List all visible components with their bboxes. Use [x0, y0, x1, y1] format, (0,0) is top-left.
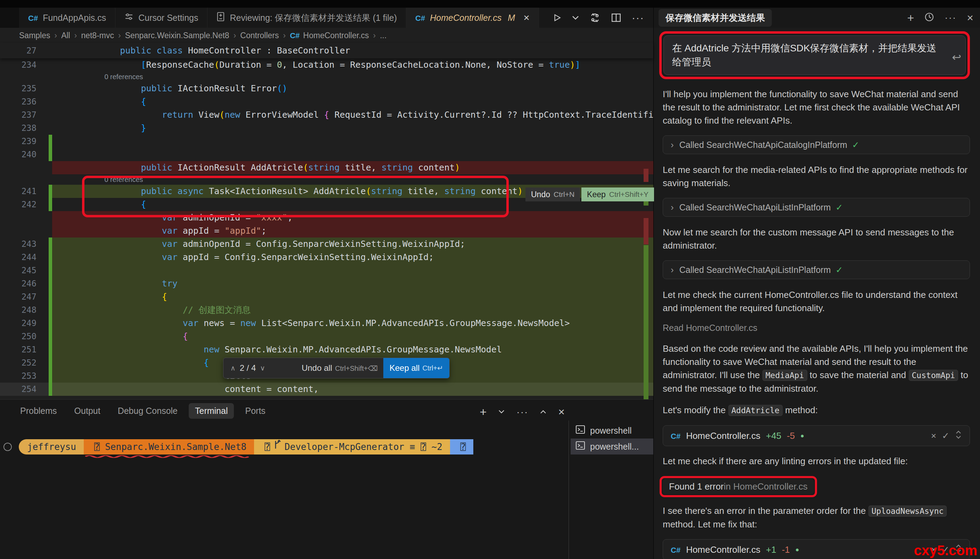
chevron-right-icon: › [671, 265, 674, 275]
panel-tab-problems[interactable]: Problems [14, 403, 63, 419]
panel-tab-output[interactable]: Output [68, 403, 107, 419]
tabbar-left-spacer [0, 8, 19, 28]
chat-title-tab[interactable]: 保存微信素材并发送结果 [658, 9, 772, 27]
line-number: 239 [0, 135, 36, 148]
keep-change-button[interactable]: Keep Ctrl+Shift+Y [581, 187, 654, 202]
terminal-list-divider[interactable] [569, 420, 569, 559]
compare-changes-icon[interactable] [589, 12, 600, 23]
next-change-button[interactable]: ∨ [260, 364, 265, 372]
lines-added: +1 [766, 544, 776, 555]
user-message-box[interactable]: 在 AddAtricle 方法中用微信SDK保存微信素材，并把结果发送给管理员 … [663, 35, 966, 75]
diff-added-gutter-icon [49, 369, 52, 383]
breadcrumb-item[interactable]: Controllers [240, 31, 279, 40]
terminal-icon [575, 441, 585, 450]
code-line: var appId = "appId"; [0, 224, 653, 238]
tool-call-card[interactable]: ›Called SearchWeChatApiListInPlatform✓ [663, 198, 970, 217]
close-panel-icon[interactable]: × [558, 405, 565, 418]
code-text: var appId = Config.SenparcWeixinSetting.… [36, 251, 434, 264]
tab-fundappapis-cs[interactable]: C#FundAppApis.cs [19, 8, 115, 28]
terminal-list-label: powershell... [590, 442, 639, 452]
run-button[interactable] [552, 13, 562, 23]
csharp-file-icon: C# [671, 546, 680, 554]
panel-tab-terminal[interactable]: Terminal [189, 403, 234, 419]
code-text: public class HomeController : BaseContro… [36, 43, 350, 58]
terminal-dropdown-icon[interactable] [498, 409, 504, 415]
panel-more-icon[interactable]: ··· [516, 407, 528, 418]
accept-edit-icon[interactable]: ✓ [942, 430, 949, 441]
code-line: 254 content = content, [0, 383, 653, 396]
breadcrumb-item[interactable]: Senparc.Weixin.Sample.Net8 [125, 31, 229, 40]
tab-close-icon[interactable]: × [523, 13, 530, 23]
new-chat-icon[interactable]: + [907, 11, 914, 25]
line-number: 251 [0, 343, 36, 356]
code-editor[interactable]: 234 [ResponseCache(Duration = 0, Locatio… [0, 58, 653, 399]
terminal-instance-list: powershellpowershell... [570, 423, 653, 455]
overview-ruler-mark[interactable] [643, 218, 648, 245]
tool-call-card[interactable]: ›Called SearchWeChatApiCatalogInPlatform… [663, 136, 970, 154]
csharp-file-icon: C# [290, 31, 300, 40]
reject-edit-icon[interactable]: × [931, 430, 936, 441]
chat-scroll-area[interactable]: 在 AddAtricle 方法中用微信SDK保存微信素材，并把结果发送给管理员 … [654, 28, 980, 559]
line-number: 240 [0, 148, 36, 161]
bottom-panel: ProblemsOutputDebug ConsoleTerminalPorts… [0, 399, 653, 559]
new-terminal-icon[interactable]: + [479, 405, 486, 419]
tab-cursor-settings[interactable]: Cursor Settings [115, 8, 207, 28]
keep-all-button[interactable]: Keep all Ctrl+↵ [383, 358, 449, 378]
terminal-list-item[interactable]: powershell... [570, 438, 653, 455]
sticky-scroll-line[interactable]: 27 public class HomeController : BaseCon… [0, 43, 653, 58]
breadcrumb-item[interactable]: Samples [19, 31, 50, 40]
tab-homecontroller-cs[interactable]: C#HomeController.csM× [406, 8, 539, 28]
code-line: public IActionResult AddAtricle(string t… [0, 161, 653, 174]
split-editor-icon[interactable] [611, 13, 621, 23]
panel-tab-debug-console[interactable]: Debug Console [111, 403, 184, 419]
inline-diff-actions: Undo Ctrl+N Keep Ctrl+Shift+Y [526, 187, 654, 202]
undo-change-button[interactable]: Undo Ctrl+N [526, 187, 580, 202]
line-number: 249 [0, 317, 36, 330]
tab-reviewing-1-file-[interactable]: Reviewing: 保存微信素材并发送结果 (1 file) [207, 8, 406, 28]
run-dropdown-icon[interactable] [572, 15, 579, 20]
breadcrumb-separator: › [283, 31, 286, 40]
terminal-view[interactable]: jeffreysu⍰ Senparc.Weixin.Sample.Net8⍰ D… [0, 421, 567, 559]
prev-change-button[interactable]: ∧ [230, 364, 235, 372]
command-decoration-icon [3, 443, 12, 451]
undo-all-button[interactable]: Undo all Ctrl+Shift+⌫ [296, 363, 383, 373]
line-number: 235 [0, 82, 36, 95]
user-message-text: 在 AddAtricle 方法中用微信SDK保存微信素材，并把结果发送给管理员 [672, 43, 937, 67]
chat-paragraph: Based on the code review and the availab… [663, 342, 970, 395]
panel-tab-ports[interactable]: Ports [239, 403, 272, 419]
code-references-annotation[interactable]: 0 references [0, 71, 653, 82]
expand-card-icon[interactable] [955, 430, 962, 442]
overview-ruler-mark[interactable] [643, 169, 648, 182]
lint-error-pill[interactable]: Found 1 error in HomeController.cs [663, 479, 814, 494]
code-line: 235 public IActionResult Error() [0, 82, 653, 95]
file-edit-card[interactable]: C#HomeController.cs+45-5●×✓ [663, 425, 970, 446]
breadcrumb-item[interactable]: All [61, 31, 70, 40]
read-file-line[interactable]: Read HomeController.cs [663, 323, 970, 333]
more-actions-icon[interactable]: ··· [632, 12, 644, 23]
code-text: public IActionResult Error() [36, 82, 287, 95]
overview-ruler-mark[interactable] [643, 245, 648, 399]
chat-close-icon[interactable]: × [967, 12, 973, 24]
chat-more-icon[interactable]: ··· [945, 12, 956, 23]
keep-all-label: Keep all [390, 363, 420, 373]
breadcrumb-item[interactable]: HomeController.cs [303, 31, 369, 40]
history-icon[interactable] [924, 12, 934, 23]
tab-label: Reviewing: 保存微信素材并发送结果 (1 file) [230, 12, 397, 23]
tab-label: FundAppApis.cs [43, 13, 106, 23]
line-number: 248 [0, 303, 36, 317]
maximize-panel-icon[interactable] [540, 409, 546, 415]
terminal-list-item[interactable]: powershell [570, 423, 653, 438]
code-line: 243 var adminOpenId = Config.SenparcWeix… [0, 238, 653, 251]
tool-success-check-icon: ✓ [836, 202, 843, 212]
breadcrumb-item[interactable]: ... [380, 31, 386, 40]
lines-removed: -5 [787, 430, 795, 441]
csharp-file-icon: C# [28, 14, 38, 23]
tool-call-card[interactable]: ›Called SearchWeChatApiListInPlatform✓ [663, 260, 970, 279]
diff-added-gutter-icon [49, 148, 52, 161]
chat-header-icons: + ··· × [907, 11, 980, 25]
code-text: } [36, 122, 146, 135]
breadcrumb-item[interactable]: net8-mvc [81, 31, 114, 40]
code-line: 239 [0, 135, 653, 148]
line-number: 246 [0, 277, 36, 290]
resend-arrow-icon[interactable]: ↩ [952, 50, 961, 64]
